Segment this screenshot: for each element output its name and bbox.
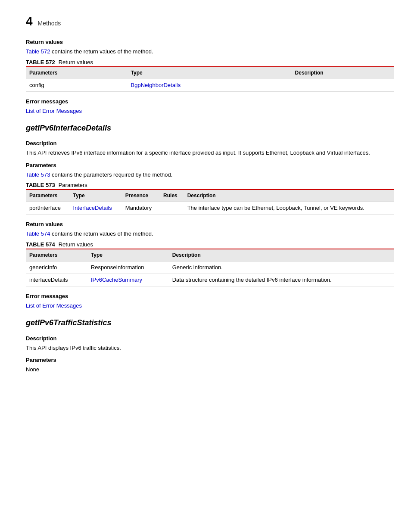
ipv6cachesummary-link[interactable]: IPv6CacheSummary [91,277,142,283]
cell-type: InterfaceDetails [70,202,122,215]
bgpneighbordetails-link[interactable]: BgpNeighborDetails [131,82,181,88]
parameters-section-573: Parameters Table 573 contains the parame… [26,162,394,215]
col-type: Type [87,249,169,261]
table-574-label-bold: TABLE 574 [26,241,55,249]
list-of-error-messages-link-1[interactable]: List of Error Messages [26,108,82,114]
table-573-label: TABLE 573 Parameters [26,181,394,189]
col-parameters: Parameters [26,190,70,202]
table-572: Parameters Type Description config BgpNe… [26,66,394,92]
chapter-number: 4 [26,13,33,30]
error-messages-heading-1: Error messages [26,98,394,106]
col-parameters: Parameters [26,249,87,261]
parameters-heading-none: Parameters [26,356,394,364]
cell-desc: Data structure containing the detailed I… [169,274,394,286]
table-573-caption: Parameters [59,181,87,189]
table-572-label-bold: TABLE 572 [26,59,55,66]
cell-desc: The interface type can be Ethernet, Loop… [184,202,394,215]
col-type: Type [70,190,122,202]
col-type: Type [128,67,292,79]
interfacedetails-link[interactable]: InterfaceDetails [73,205,112,211]
parameters-heading-573: Parameters [26,162,394,169]
description-text-2: This API displays IPv6 traffic statistic… [26,344,394,352]
table-572-link[interactable]: Table 572 [26,48,50,55]
table-573-label-bold: TABLE 573 [26,181,55,189]
error-messages-section-2: Error messages List of Error Messages [26,292,394,310]
col-rules: Rules [160,190,184,202]
cell-param: interfaceDetails [26,274,87,286]
table-row: portInterface InterfaceDetails Mandatory… [26,202,394,215]
description-section-1: Description This API retrieves IPv6 inte… [26,140,394,157]
table-572-caption: Return values [59,59,93,66]
method-title-getipv6interfacedetails: getIPv6InterfaceDetails [26,123,394,134]
table-574-caption: Return values [59,241,93,249]
description-heading-1: Description [26,140,394,147]
table-574-link[interactable]: Table 574 [26,230,50,237]
chapter-title: Methods [38,19,61,28]
cell-type: IPv6CacheSummary [87,274,169,286]
list-of-error-messages-link-2[interactable]: List of Error Messages [26,302,82,309]
return-values-section-572: Return values Table 572 contains the ret… [26,38,394,92]
table-574-label: TABLE 574 Return values [26,241,394,249]
table-row: config BgpNeighborDetails [26,79,394,91]
table-574: Parameters Type Description genericInfo … [26,249,394,286]
cell-desc [292,79,394,91]
method-title-getipv6trafficstatistics: getIPv6TrafficStatistics [26,317,394,328]
cell-param: portInterface [26,202,70,215]
col-parameters: Parameters [26,67,128,79]
cell-param: config [26,79,128,91]
cell-desc: Generic information. [169,261,394,274]
table-572-label: TABLE 572 Return values [26,59,394,66]
cell-presence: Mandatory [122,202,160,215]
cell-rules [160,202,184,215]
description-heading-2: Description [26,335,394,342]
description-text-1: This API retrieves IPv6 interface inform… [26,149,394,157]
description-section-2: Description This API displays IPv6 traff… [26,335,394,352]
error-messages-section-1: Error messages List of Error Messages [26,98,394,115]
return-values-section-574: Return values Table 574 contains the ret… [26,221,394,286]
error-messages-heading-2: Error messages [26,292,394,300]
parameters-intro-573: Table 573 contains the parameters requir… [26,171,394,179]
cell-param: genericInfo [26,261,87,274]
return-values-heading: Return values [26,38,394,46]
return-values-intro-572: Table 572 contains the return values of … [26,48,394,56]
parameters-text-none: None [26,366,394,373]
return-values-intro-574: Table 574 contains the return values of … [26,230,394,238]
table-573: Parameters Type Presence Rules Descripti… [26,189,394,215]
return-values-heading-574: Return values [26,221,394,228]
col-description: Description [184,190,394,202]
cell-type: BgpNeighborDetails [128,79,292,91]
col-description: Description [169,249,394,261]
parameters-section-none: Parameters None [26,356,394,373]
chapter-header: 4 Methods [26,13,394,30]
col-description: Description [292,67,394,79]
col-presence: Presence [122,190,160,202]
table-573-link[interactable]: Table 573 [26,171,50,178]
cell-type: ResponseInformation [87,261,169,274]
table-row: interfaceDetails IPv6CacheSummary Data s… [26,274,394,286]
table-row: genericInfo ResponseInformation Generic … [26,261,394,274]
